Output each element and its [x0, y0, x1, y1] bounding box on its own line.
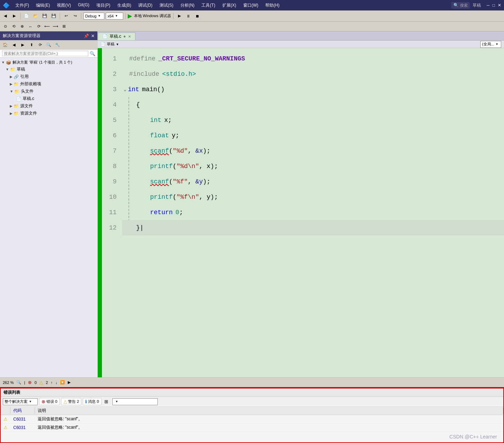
down-arrow-status[interactable]: ↓	[55, 380, 58, 385]
sb-wrench[interactable]: 🔧	[54, 41, 61, 49]
menu-extensions[interactable]: 扩展(X)	[220, 2, 239, 9]
sidebar-search-input[interactable]	[2, 51, 88, 56]
menu-bar: 文件(F) 编辑(E) 视图(V) Git(G) 项目(P) 生成(B) 调试(…	[13, 2, 451, 9]
sb-refresh[interactable]: ⟳	[36, 41, 44, 49]
err2-code[interactable]: C6031	[10, 425, 35, 430]
ln-12: 12	[102, 220, 117, 235]
printf-2: printf	[150, 189, 173, 205]
redo-btn[interactable]: ↪	[71, 12, 79, 20]
tab-close-btn[interactable]: ✕	[128, 35, 131, 38]
tb2-btn1[interactable]: ⊙	[1, 23, 9, 30]
menu-file[interactable]: 文件(F)	[13, 2, 32, 9]
error-row-2[interactable]: ⚠ C6031 返回值被忽略: "scanf"。	[1, 423, 503, 432]
error-filter-btn[interactable]: ⊗ 错误 0	[39, 398, 60, 405]
scroll-right-status[interactable]: ▶	[68, 380, 71, 385]
maximize-btn[interactable]: □	[492, 3, 495, 8]
scope-dropdown[interactable]: 整个解决方案 ▼	[3, 398, 38, 405]
sidebar-search-icon[interactable]: 🔍	[90, 51, 95, 56]
message-filter-label: 消息 0	[88, 399, 99, 404]
sep3	[81, 13, 81, 19]
error-table-header: 代码 说明	[1, 407, 503, 415]
open-btn[interactable]: 📂	[32, 12, 39, 20]
forward-btn[interactable]: ▶	[10, 12, 18, 20]
resource-icon: 📁	[14, 111, 19, 116]
menu-help[interactable]: 帮助(H)	[262, 2, 282, 9]
menu-project[interactable]: 项目(P)	[94, 2, 113, 9]
sb-forward[interactable]: ▶	[19, 41, 27, 49]
sb-home[interactable]: 🏠	[1, 41, 9, 49]
tree-main-c[interactable]: 📄 草稿.c	[0, 95, 97, 102]
menu-test[interactable]: 测试(S)	[157, 2, 176, 9]
arch-select[interactable]: x64 ▼	[106, 13, 123, 20]
tb2-btn3[interactable]: ⊕	[18, 23, 26, 30]
back-btn[interactable]: ◀	[1, 12, 9, 20]
config-select[interactable]: Debug ▼	[83, 13, 104, 20]
sb-up[interactable]: ⬆	[28, 41, 35, 49]
scope-label: 整个解决方案	[5, 399, 28, 404]
tb2-btn6[interactable]: ⟵	[43, 23, 51, 30]
sb-back[interactable]: ◀	[10, 41, 18, 49]
menu-git[interactable]: Git(G)	[75, 2, 92, 9]
int-kw-5: int	[150, 112, 161, 128]
zoom-icon[interactable]: 🔍	[16, 380, 21, 385]
minimize-btn[interactable]: ─	[487, 3, 490, 8]
file-scope-dropdown[interactable]: (全局... ▼	[480, 41, 501, 48]
tree-headers[interactable]: ▼ 📁 头文件	[0, 88, 97, 95]
printf-2-close: );	[210, 189, 218, 205]
undo-btn[interactable]: ↩	[62, 12, 70, 20]
tree-ext-deps[interactable]: ▶ 📁 外部依赖项	[0, 80, 97, 88]
define-name: _CRT_SECURE_NO_WARNINGS	[158, 51, 245, 66]
filter-icon-status[interactable]: 🔽	[60, 380, 65, 385]
run-btn[interactable]: ▶	[128, 13, 132, 19]
close-sidebar-icon[interactable]: ✕	[91, 34, 95, 38]
debugger-label: 本地 Windows 调试器	[134, 13, 171, 19]
headers-icon: 📁	[14, 89, 20, 94]
continue-btn[interactable]: ▶	[176, 12, 183, 20]
stop-btn[interactable]: ⏹	[194, 12, 201, 20]
tb2-btn8[interactable]: ⊞	[60, 23, 68, 30]
menu-view[interactable]: 视图(V)	[54, 2, 74, 9]
build-scope-dropdown[interactable]: ▼	[112, 398, 158, 405]
err1-code[interactable]: C6031	[10, 416, 35, 422]
secondary-toolbar: ⊙ ⟲ ⊕ ↔ ⟳ ⟵ ⟶ ⊞	[0, 22, 504, 31]
close-btn[interactable]: ✕	[498, 3, 501, 8]
tree-project-label: 草稿	[17, 66, 25, 72]
menu-tools[interactable]: 工具(T)	[199, 2, 218, 9]
menu-build[interactable]: 生成(B)	[114, 2, 134, 9]
breadcrumb-dropdown[interactable]: ▼	[116, 43, 119, 46]
menu-window[interactable]: 窗口(W)	[240, 2, 261, 9]
filter-toggle-icon[interactable]: ⊞	[104, 399, 108, 404]
error-panel: 错误列表 整个解决方案 ▼ ⊗ 错误 0 △ 警告 2 ℹ 消息 0 ⊞	[0, 387, 504, 443]
fold-arrow[interactable]: ⌄	[124, 82, 126, 97]
title-search[interactable]: 🔍 搜索	[451, 2, 470, 9]
menu-debug[interactable]: 调试(D)	[135, 2, 155, 9]
save-all-btn[interactable]: 💾	[50, 12, 58, 20]
tb2-btn7[interactable]: ⟶	[52, 23, 59, 30]
pause-btn[interactable]: ⏸	[185, 12, 192, 20]
tab-draft-c[interactable]: 📄 草稿.c ● ✕	[98, 32, 135, 40]
tree-solution[interactable]: ▼ 📦 解决方案 '草稿' (1 个项目，共 1 个)	[0, 59, 97, 66]
menu-edit[interactable]: 编辑(E)	[33, 2, 53, 9]
sb-search[interactable]: 🔍	[45, 41, 53, 49]
sep2	[60, 13, 60, 19]
tb2-btn4[interactable]: ↔	[27, 23, 34, 30]
menu-analyze[interactable]: 分析(N)	[178, 2, 198, 9]
printf-2-comma: ,	[199, 189, 207, 205]
col-icon-header	[1, 407, 10, 414]
code-content[interactable]: #define _CRT_SECURE_NO_WARNINGS #include…	[119, 48, 504, 377]
up-arrow-status[interactable]: ↑	[51, 380, 53, 385]
warning-filter-btn[interactable]: △ 警告 2	[61, 398, 81, 405]
code-editor[interactable]: 1 2 3 4 5 6 7 8 9 10 11 12 #define _CRT_…	[98, 48, 504, 377]
new-btn[interactable]: 📄	[23, 12, 30, 20]
pin-icon[interactable]: 📌	[84, 34, 89, 38]
message-filter-btn[interactable]: ℹ 消息 0	[83, 398, 101, 405]
tree-references[interactable]: ▶ 🔗 引用	[0, 73, 97, 80]
tb2-btn2[interactable]: ⟲	[10, 23, 17, 30]
error-row-1[interactable]: ⚠ C6031 返回值被忽略: "scanf"。	[1, 415, 503, 423]
err2-icon: ⚠	[1, 424, 10, 430]
tree-resources[interactable]: ▶ 📁 资源文件	[0, 110, 97, 117]
tree-source[interactable]: ▶ 📁 源文件	[0, 102, 97, 110]
tree-project[interactable]: ▼ 📁 草稿	[0, 66, 97, 73]
tb2-btn5[interactable]: ⟳	[35, 23, 43, 30]
save-btn[interactable]: 💾	[41, 12, 49, 20]
